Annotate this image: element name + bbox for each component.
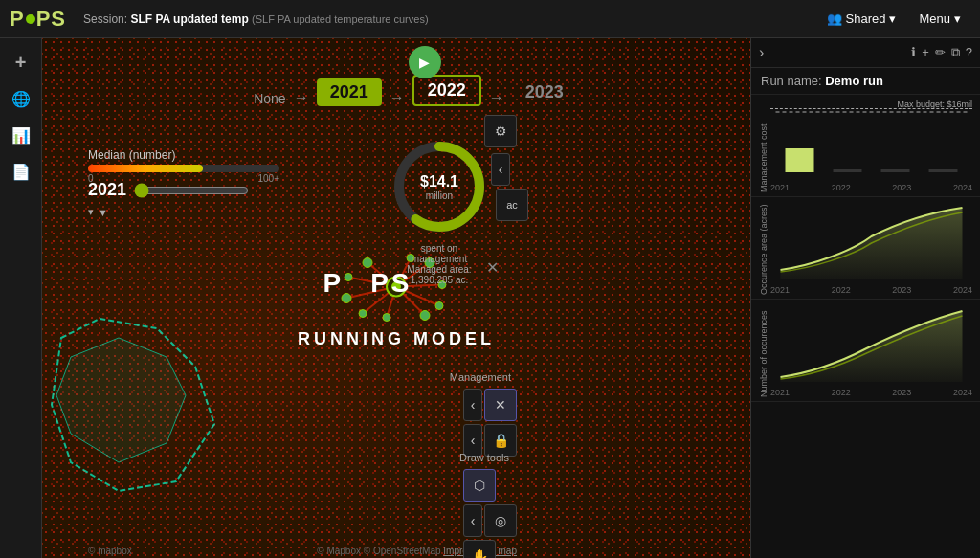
- panel-collapse-button[interactable]: ›: [759, 44, 764, 61]
- x-icon: ✕: [495, 397, 506, 413]
- chart3-x-labels: 2021 2022 2023 2024: [770, 388, 972, 397]
- chart1-x-2024: 2024: [953, 183, 972, 192]
- stats-managed: Managed area: 1,390,285 ac.: [407, 264, 471, 285]
- svg-point-15: [345, 273, 352, 280]
- settings-tool-button[interactable]: ⚙: [484, 115, 517, 147]
- right-panel: › ℹ + ✏ ⧉ ? Run name: Demo run Managemen…: [750, 38, 980, 558]
- management-tools: ‹ ✕ ‹ 🔒: [463, 389, 517, 457]
- run-name-value: Demo run: [825, 74, 883, 88]
- menu-button[interactable]: Menu ▾: [911, 8, 969, 30]
- panel-header-icons: ℹ + ✏ ⧉ ?: [911, 45, 972, 60]
- chart2-x-labels: 2021 2022 2023 2024: [770, 285, 972, 295]
- play-button[interactable]: ▶: [409, 46, 441, 78]
- chart1-x-2022: 2022: [832, 183, 851, 192]
- chart3-svg: [770, 305, 972, 382]
- timeline-year-2021[interactable]: 2021: [317, 78, 382, 106]
- year-slider[interactable]: [134, 183, 249, 198]
- edit-panel-icon[interactable]: ✏: [935, 45, 946, 60]
- chart3-x-2021: 2021: [770, 388, 790, 397]
- draw-left-button[interactable]: ‹: [463, 504, 482, 537]
- chart-icon: 📊: [11, 126, 31, 145]
- chart1-area: Max budget: $16mil 2021 2: [770, 100, 972, 192]
- mgmt-x-button[interactable]: ✕: [484, 389, 517, 421]
- donut-label: $14.1 million: [420, 173, 458, 201]
- sidebar-globe-button[interactable]: 🌐: [5, 82, 37, 115]
- close-overlay-button[interactable]: ✕: [486, 258, 499, 277]
- donut-chart: $14.1 million: [387, 134, 492, 239]
- chart2-y-label: Occurence area (acres): [759, 203, 768, 295]
- draw-tools: ⬡ ‹ ◎ ✋ 🗑: [463, 469, 517, 558]
- timeline-year-2023[interactable]: 2023: [512, 78, 577, 106]
- chart2-container: Occurence area (acres): [759, 203, 972, 295]
- draw-tools-label: Draw tools: [459, 452, 509, 463]
- median-track: [88, 165, 279, 172]
- mapbox-credit: © mapbox: [88, 546, 132, 556]
- chart2-x-2024: 2024: [953, 285, 972, 295]
- arrow-2: →: [390, 89, 405, 106]
- occurrences-count-chart: Number of occurences 2021 2022: [751, 300, 980, 402]
- run-name-row: Run name: Demo run: [751, 68, 980, 95]
- median-fill: [88, 165, 203, 172]
- hand-icon: ✋: [472, 548, 488, 558]
- logo: P PS: [0, 7, 76, 32]
- ac-label: ac: [506, 199, 518, 211]
- chevron-down-icon: ▾: [889, 11, 896, 26]
- stats-bubble: $14.1 million spent on management Manage…: [377, 134, 501, 285]
- chart1-svg: [770, 100, 972, 177]
- chart2-svg: [770, 203, 972, 279]
- help-panel-icon[interactable]: ?: [966, 45, 972, 60]
- top-navigation: P PS Session: SLF PA updated temp (SLF P…: [0, 0, 980, 38]
- map-area[interactable]: ▶ None → 2021 → 2022 → 2023 Median (numb…: [42, 38, 750, 558]
- chart3-x-2022: 2022: [832, 388, 851, 397]
- nav-right: 👥 Shared ▾ Menu ▾: [819, 8, 980, 30]
- copy-panel-icon[interactable]: ⧉: [951, 45, 960, 60]
- ac-tool-button[interactable]: ac: [496, 189, 528, 221]
- mapbox-logo: © mapbox: [88, 546, 132, 556]
- polygon-tool-button[interactable]: ⬡: [463, 469, 496, 502]
- donut-unit: million: [420, 190, 458, 201]
- polygon-icon: ⬡: [474, 478, 485, 493]
- chart1-x-2023: 2023: [892, 183, 911, 192]
- year-2021-label: 2021: [330, 82, 368, 101]
- teal-region-svg: [42, 309, 234, 501]
- svg-rect-31: [929, 169, 958, 172]
- donut-amount: $14.1: [420, 173, 458, 190]
- draw-chevron-left-icon: ‹: [471, 513, 476, 528]
- median-bar: Median (number) 0 100+: [88, 148, 279, 184]
- sidebar-add-button[interactable]: +: [5, 46, 37, 78]
- chart3-container: Number of occurences 2021 2022: [759, 305, 972, 397]
- session-label: Session:: [83, 12, 127, 26]
- stats-desc: spent on management: [412, 243, 467, 264]
- logo-ps: PS: [36, 7, 66, 32]
- left-sidebar: + 🌐 📊 📄: [0, 38, 42, 558]
- run-name-label: Run name:: [761, 74, 822, 88]
- menu-label: Menu: [919, 11, 950, 26]
- occurrence-area-chart: Occurence area (acres): [751, 197, 980, 300]
- people-icon: 👥: [827, 11, 842, 26]
- median-label: Median (number): [88, 148, 279, 162]
- target-tool-button[interactable]: ◎: [484, 504, 517, 537]
- layer-toggle: ▾ ▼: [88, 206, 108, 218]
- chart1-x-labels: 2021 2022 2023 2024: [770, 183, 972, 192]
- timeline-bar: ▶ None → 2021 → 2022 → 2023: [100, 46, 731, 106]
- timeline-year-2022[interactable]: 2022: [412, 75, 481, 106]
- sidebar-chart-button[interactable]: 📊: [5, 119, 37, 151]
- shared-button[interactable]: 👥 Shared ▾: [819, 8, 904, 30]
- chart2-x-2022: 2022: [832, 285, 851, 295]
- nav-left-button[interactable]: ‹: [491, 153, 510, 186]
- chart1-y-label: Management cost: [759, 100, 768, 192]
- sidebar-file-button[interactable]: 📄: [5, 155, 37, 188]
- gear-icon: ⚙: [495, 123, 507, 139]
- add-panel-icon[interactable]: +: [922, 45, 929, 60]
- running-model-text: RUNNING MODEL: [298, 328, 495, 348]
- chart3-x-2023: 2023: [892, 388, 911, 397]
- chart1-x-2021: 2021: [770, 183, 790, 192]
- mgmt-left-button[interactable]: ‹: [463, 389, 482, 421]
- upper-tools: ⚙: [484, 115, 517, 147]
- info-icon[interactable]: ℹ: [911, 45, 916, 60]
- timeline-none: None: [254, 91, 285, 106]
- year-display: 2021: [88, 180, 126, 200]
- hand-tool-button[interactable]: ✋: [463, 540, 496, 558]
- svg-rect-29: [834, 169, 862, 172]
- lock-icon: 🔒: [493, 433, 509, 448]
